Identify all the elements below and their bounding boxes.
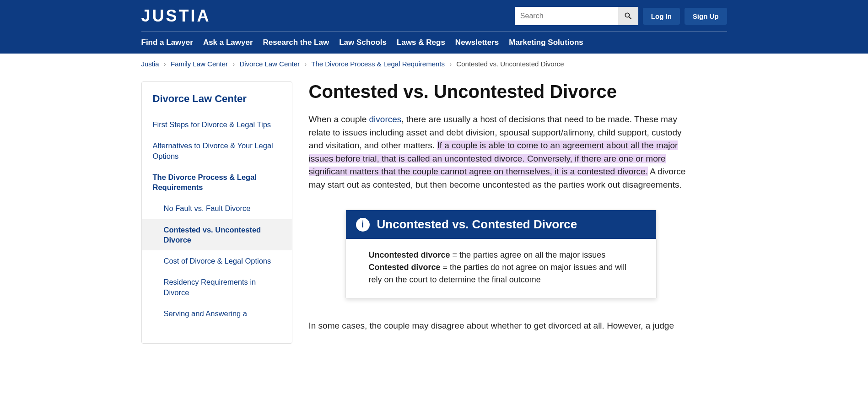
site-header: JUSTIA Log In Sign Up Find a Lawyer Ask … <box>0 0 868 54</box>
sidebar-title: Divorce Law Center <box>142 82 292 114</box>
nav-marketing[interactable]: Marketing Solutions <box>509 38 583 47</box>
callout-l1-term: Uncontested divorce <box>369 250 450 259</box>
logo[interactable]: JUSTIA <box>141 6 211 26</box>
search-box <box>515 7 638 25</box>
info-callout: i Uncontested vs. Contested Divorce Unco… <box>345 210 657 298</box>
callout-line-2: Contested divorce = the parties do not a… <box>369 261 638 286</box>
nav-ask-lawyer[interactable]: Ask a Lawyer <box>203 38 253 47</box>
nav-laws-regs[interactable]: Laws & Regs <box>397 38 445 47</box>
crumb-sep: › <box>449 60 452 68</box>
search-icon <box>624 11 633 21</box>
crumb-divorce-process[interactable]: The Divorce Process & Legal Requirements <box>311 60 445 68</box>
header-actions: Log In Sign Up <box>515 7 727 25</box>
crumb-sep: › <box>232 60 235 68</box>
info-icon: i <box>356 218 370 232</box>
nav-newsletters[interactable]: Newsletters <box>455 38 499 47</box>
callout-title: Uncontested vs. Contested Divorce <box>377 217 577 232</box>
login-button[interactable]: Log In <box>643 8 680 25</box>
page-title: Contested vs. Uncontested Divorce <box>309 81 693 102</box>
article: Contested vs. Uncontested Divorce When a… <box>309 81 693 344</box>
sidebar-item-fault[interactable]: No Fault vs. Fault Divorce <box>142 198 292 219</box>
intro-paragraph: When a couple divorces, there are usuall… <box>309 113 693 191</box>
search-button[interactable] <box>618 7 638 25</box>
crumb-sep: › <box>304 60 307 68</box>
callout-header: i Uncontested vs. Contested Divorce <box>346 210 656 239</box>
crumb-current: Contested vs. Uncontested Divorce <box>456 60 564 68</box>
crumb-family-law[interactable]: Family Law Center <box>171 60 228 68</box>
nav-law-schools[interactable]: Law Schools <box>339 38 387 47</box>
callout-line-1: Uncontested divorce = the parties agree … <box>369 249 638 261</box>
callout-body: Uncontested divorce = the parties agree … <box>346 239 656 298</box>
nav-find-lawyer[interactable]: Find a Lawyer <box>141 38 193 47</box>
crumb-divorce-law[interactable]: Divorce Law Center <box>239 60 300 68</box>
sidebar-item-process[interactable]: The Divorce Process & Legal Requirements <box>142 167 292 198</box>
body-paragraph-2: In some cases, the couple may disagree a… <box>309 319 693 333</box>
sidebar: Divorce Law Center First Steps for Divor… <box>141 81 292 344</box>
p1-text-a: When a couple <box>309 114 369 124</box>
sidebar-item-contested[interactable]: Contested vs. Uncontested Divorce <box>142 219 292 251</box>
breadcrumb: Justia › Family Law Center › Divorce Law… <box>141 54 727 70</box>
divorces-link[interactable]: divorces <box>369 114 402 124</box>
callout-l2-term: Contested divorce <box>369 263 441 272</box>
sidebar-item-first-steps[interactable]: First Steps for Divorce & Legal Tips <box>142 114 292 135</box>
callout-l1-def: = the parties agree on all the major iss… <box>450 250 606 259</box>
search-input[interactable] <box>515 7 618 25</box>
nav-research[interactable]: Research the Law <box>263 38 329 47</box>
signup-button[interactable]: Sign Up <box>685 8 727 25</box>
sidebar-item-alternatives[interactable]: Alternatives to Divorce & Your Legal Opt… <box>142 135 292 167</box>
crumb-sep: › <box>164 60 166 68</box>
sidebar-item-residency[interactable]: Residency Requirements in Divorce <box>142 271 292 303</box>
sidebar-item-serving[interactable]: Serving and Answering a <box>142 303 292 324</box>
crumb-justia[interactable]: Justia <box>141 60 159 68</box>
primary-nav: Find a Lawyer Ask a Lawyer Research the … <box>141 31 727 54</box>
sidebar-list: First Steps for Divorce & Legal Tips Alt… <box>142 114 292 324</box>
sidebar-item-cost[interactable]: Cost of Divorce & Legal Options <box>142 250 292 271</box>
